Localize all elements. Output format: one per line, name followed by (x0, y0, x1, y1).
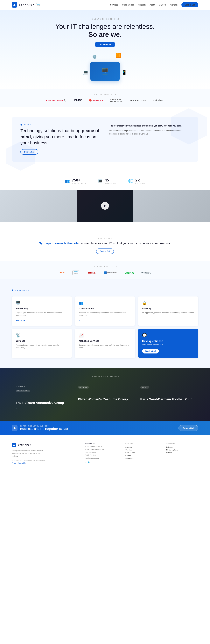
logo-icon (12, 2, 17, 8)
hero-years-label: 10 Years of Experience (12, 18, 198, 20)
footer-link-monitoring[interactable]: Monitoring Portal (166, 449, 198, 451)
wireless-name: Wireless (16, 340, 68, 342)
partner-south-allen: South AllenMedia Group (110, 98, 123, 102)
cta-book-call-button[interactable]: Book a Call (178, 425, 198, 431)
case-tag-0: Automotive (16, 390, 30, 392)
networking-link[interactable]: Read More (16, 320, 68, 322)
services-badge: Our Services (12, 290, 29, 291)
svg-point-1 (14, 427, 15, 428)
footer-social: in 🐦 (85, 461, 117, 464)
video-left-panel (0, 190, 77, 222)
clients-number: 750+ (72, 178, 86, 182)
hero-cta-button[interactable]: Our Services (95, 42, 115, 47)
hero-illustration: ⚙️ 📶 💻 📱 🖥️ (74, 52, 136, 84)
partner-kids-help-phone: Kids Help Phone 📞 (46, 99, 67, 102)
footer-link-services[interactable]: Services (125, 446, 157, 448)
case-tag-1: Medical (78, 386, 89, 388)
highlight-icon: 💬 (142, 333, 194, 338)
service-card-collaboration: 👥 Collaboration The tools you need to ke… (75, 296, 135, 326)
nav-services[interactable]: Services (110, 4, 118, 6)
footer: SYNNAPEX Synnapex serves the do-it-yours… (0, 435, 210, 469)
footer-legal-links: Privacy Accessibility (12, 462, 76, 464)
footer-logo: SYNNAPEX (12, 442, 76, 447)
security-link[interactable]: → (142, 317, 194, 319)
case-inner: Featured Case Studies Read More → Automo… (0, 368, 210, 421)
nav-book-call-button[interactable]: Book a Call (181, 2, 198, 8)
wireless-icon: 📡 (16, 333, 68, 338)
service-card-security: 🔒 Security An aggressive, proactive appr… (138, 296, 198, 326)
nav-contact[interactable]: Contact (170, 4, 177, 6)
who-title: Synnapex connects the dots between busin… (12, 242, 198, 245)
footer-link-contact[interactable]: Contact Us (125, 457, 157, 459)
networking-name: Networking (16, 308, 68, 310)
developers-label: Developers (105, 182, 117, 184)
networks-number: 2k (135, 178, 145, 182)
stat-networks: 🌐 2k Networks (128, 178, 145, 184)
cta-banner-left: Enterprise Level Support Business and IT… (12, 425, 68, 431)
case-arrow-1[interactable]: → (78, 404, 132, 406)
collaboration-icon: 👥 (79, 301, 131, 305)
nav-case-studies[interactable]: Case Studies (122, 4, 134, 6)
footer-link-case-studies[interactable]: Case Studies (125, 452, 157, 454)
networking-icon: 🖥️ (16, 301, 68, 305)
stat-clients: 👥 750+ Happy Clients (65, 178, 86, 184)
footer-link-our-firm[interactable]: Our Firm (125, 449, 157, 451)
cta-logo-icon (12, 425, 18, 431)
nav-careers[interactable]: Careers (159, 4, 166, 6)
footer-link-helpdesk[interactable]: Helpdesk (166, 446, 198, 448)
case-arrow-0[interactable]: → (16, 407, 70, 409)
service-card-highlight: 💬 Have questions? Let's book a call and … (138, 329, 198, 358)
video-strip (0, 190, 210, 222)
play-button[interactable] (101, 202, 109, 210)
footer-link-connect[interactable]: Connect (166, 452, 198, 454)
case-arrow-2[interactable]: → (140, 404, 194, 406)
partner-fortinet: FƎRTINET (86, 271, 97, 274)
footer-link-careers[interactable]: Careers (125, 454, 157, 456)
gear-floating-icon: ⚙️ (92, 54, 97, 59)
who-we-are-section: Who We Are Synnapex connects the dots be… (0, 230, 210, 261)
case-card-2: Sport Paris Saint-Germain Football Club … (136, 382, 198, 414)
case-title-1: Pfizer Women's Resource Group (78, 397, 132, 402)
developers-number: 45 (105, 178, 117, 182)
footer-linkedin[interactable]: in (85, 461, 86, 464)
networking-desc: Upgrade your infrastructure to meet the … (16, 312, 68, 317)
service-card-managed: 📈 Managed Services Complete network supp… (75, 329, 135, 358)
footer-twitter[interactable]: 🐦 (88, 461, 90, 464)
who-book-call-button[interactable]: Book a Call (96, 248, 114, 254)
partner-onex: ONEX (74, 99, 82, 102)
case-title-0: The Policaro Automotive Group (16, 401, 70, 405)
cta-banner: Enterprise Level Support Business and IT… (0, 421, 210, 435)
hero-title: Your IT challenges are relentless. So ar… (12, 22, 198, 38)
wireless-link[interactable]: → (16, 352, 68, 354)
service-card-networking: 🖥️ Networking Upgrade your infrastructur… (12, 296, 72, 326)
logo[interactable]: SYNNAPEX ciscoPartner (12, 2, 41, 8)
footer-privacy-link[interactable]: Privacy (12, 462, 17, 464)
nav-about[interactable]: About (150, 4, 155, 6)
footer-company-name: Synnapex Inc. (85, 442, 117, 444)
hero-headline1: Your IT challenges are relentless. (55, 23, 155, 30)
partners-label: Who We Work With (12, 94, 198, 96)
footer-accessibility-link[interactable]: Accessibility (18, 462, 26, 464)
hero-section: 10 Years of Experience Your IT challenge… (0, 10, 210, 90)
wireless-desc: Freedom to move about without worrying a… (16, 344, 68, 349)
footer-brand-name: SYNNAPEX (18, 444, 31, 446)
services-header: Our Services (12, 290, 198, 291)
clients-icon: 👥 (65, 178, 70, 183)
services-grid: 🖥️ Networking Upgrade your infrastructur… (12, 296, 198, 358)
svg-point-2 (14, 444, 15, 445)
partner-sheridan: Sheridan College (130, 99, 146, 102)
case-card-1: Medical Pfizer Women's Resource Group → (74, 382, 136, 414)
nav-support[interactable]: Support (138, 4, 146, 6)
hero-headline2: So are we. (88, 31, 122, 38)
footer-copyright: © Copyright 2021 Synnapex Inc. All right… (12, 460, 76, 461)
collaboration-link[interactable]: → (79, 320, 131, 322)
partner-microsoft: 🟦 Microsoft (104, 271, 117, 274)
highlight-title: Have questions? (142, 340, 194, 343)
managed-link[interactable]: → (79, 352, 131, 354)
cta-label: Enterprise Level Support (20, 425, 68, 427)
who-label: Who We Are (12, 238, 198, 239)
case-studies-label: Featured Case Studies (12, 376, 198, 377)
in-partnership-label: In Partnership With (12, 266, 198, 267)
highlight-cta-button[interactable]: Book a Call (142, 349, 159, 354)
case-card-0: Read More → Automotive The Policaro Auto… (12, 382, 74, 414)
